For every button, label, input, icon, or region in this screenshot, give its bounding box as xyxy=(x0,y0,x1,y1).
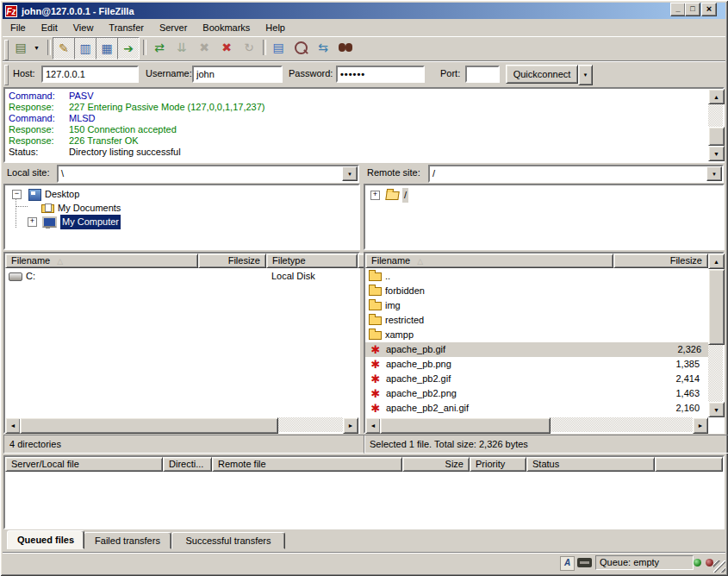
local-site-combobox[interactable]: \ ▼ xyxy=(57,165,359,183)
log-scrollbar[interactable]: ▲ ▼ xyxy=(708,89,723,161)
resize-grip[interactable] xyxy=(713,560,725,573)
data-type-ascii-icon[interactable]: A xyxy=(560,556,575,571)
filter-button[interactable]: ▤ xyxy=(268,37,289,58)
toggle-local-tree-button[interactable]: ▥ xyxy=(74,37,96,59)
quickconnect-grip[interactable] xyxy=(4,65,9,85)
tab-failed-transfers[interactable]: Failed transfers xyxy=(84,532,171,549)
scroll-down-icon[interactable]: ▼ xyxy=(708,402,725,417)
local-list-status: 4 directories xyxy=(3,435,365,454)
file-row[interactable]: ✱apache_pb2_ani.gif xyxy=(369,401,469,416)
close-button[interactable]: × xyxy=(701,3,717,16)
chevron-down-icon[interactable]: ▼ xyxy=(342,166,358,181)
tab-successful-transfers[interactable]: Successful transfers xyxy=(171,532,285,549)
tree-item-desktop[interactable]: − Desktop xyxy=(12,187,79,202)
remote-horizontal-scrollbar[interactable]: ◄ ► xyxy=(365,417,708,432)
menu-view[interactable]: View xyxy=(65,21,102,34)
username-input[interactable] xyxy=(192,66,283,83)
scrollbar-thumb[interactable] xyxy=(708,269,725,345)
refresh-button[interactable]: ⇄ xyxy=(149,37,170,58)
remote-file-list[interactable]: Filename△ Filesize .. forbidden img rest… xyxy=(364,252,725,434)
scroll-left-icon[interactable]: ◄ xyxy=(5,417,21,434)
speed-limit-icon[interactable] xyxy=(577,558,592,567)
toggle-message-log-button[interactable]: ✎ xyxy=(53,37,75,59)
local-horizontal-scrollbar[interactable]: ◄ ► xyxy=(5,417,358,432)
tree-item-my-documents[interactable]: My Documents xyxy=(41,201,121,216)
menu-bookmarks[interactable]: Bookmarks xyxy=(195,21,258,34)
find-files-button[interactable] xyxy=(335,37,356,58)
queue-header-status[interactable]: Status xyxy=(526,457,655,472)
cancel-operation-button[interactable]: ✖ xyxy=(194,37,215,58)
quickconnect-dropdown-button[interactable]: ▼ xyxy=(578,65,593,85)
column-header-filesize[interactable]: Filesize xyxy=(613,254,708,268)
queue-header-remote-file[interactable]: Remote file xyxy=(212,457,402,472)
file-row[interactable]: xampp xyxy=(369,328,414,342)
file-row-c-drive[interactable]: C: Local Disk xyxy=(9,269,353,284)
file-row[interactable]: ✱apache_pb.png xyxy=(369,357,451,372)
scroll-up-icon[interactable]: ▲ xyxy=(708,89,725,104)
scrollbar-thumb[interactable] xyxy=(20,417,278,434)
column-header-filesize[interactable]: Filesize xyxy=(198,254,266,268)
port-input[interactable] xyxy=(465,66,500,83)
scroll-right-icon[interactable]: ► xyxy=(343,417,358,434)
file-row[interactable]: ✱apache_pb2.png xyxy=(369,386,457,401)
transfer-queue[interactable]: Server/Local file Directi... Remote file… xyxy=(3,455,725,529)
titlebar[interactable]: Fz john@127.0.0.1 - FileZilla xyxy=(3,3,725,19)
queue-header-direction[interactable]: Directi... xyxy=(163,457,212,472)
local-file-list[interactable]: Filename△ Filesize Filetype L C: Local D… xyxy=(3,252,360,434)
column-header-filename[interactable]: Filename△ xyxy=(365,254,613,268)
tab-queued-files[interactable]: Queued files xyxy=(7,530,84,549)
expand-icon[interactable]: + xyxy=(28,217,37,227)
reconnect-button[interactable]: ↻ xyxy=(239,37,259,58)
file-row[interactable]: forbidden xyxy=(369,284,425,298)
process-queue-button[interactable]: ⇊ xyxy=(171,37,192,58)
queue-header-priority[interactable]: Priority xyxy=(470,457,526,472)
menu-file[interactable]: File xyxy=(3,21,34,34)
tree-item-my-computer[interactable]: + My Computer xyxy=(28,215,121,229)
local-tree[interactable]: − Desktop My Documents + My Computer xyxy=(3,184,360,250)
toggle-queue-button[interactable]: ➔ xyxy=(117,37,140,59)
queue-header-server-local-file[interactable]: Server/Local file xyxy=(5,457,163,472)
password-label: Password: xyxy=(289,68,333,78)
collapse-icon[interactable]: − xyxy=(12,190,22,199)
remote-site-label: Remote site: xyxy=(367,167,420,178)
scroll-up-icon[interactable]: ▲ xyxy=(708,254,725,269)
chevron-down-icon[interactable]: ▼ xyxy=(706,166,722,181)
site-manager-dropdown-button[interactable]: ▼ xyxy=(31,37,42,58)
remote-site-combobox[interactable]: / ▼ xyxy=(428,165,724,183)
scrollbar-thumb[interactable] xyxy=(380,417,551,434)
menu-server[interactable]: Server xyxy=(152,21,195,34)
expand-icon[interactable]: + xyxy=(370,191,380,200)
tree-item-root[interactable]: + / xyxy=(370,188,408,203)
activity-led-green-icon xyxy=(694,559,701,567)
scrollbar-thumb[interactable] xyxy=(708,127,725,146)
queue-header-size[interactable]: Size xyxy=(402,457,470,472)
compare-directories-button[interactable] xyxy=(290,37,311,58)
file-row[interactable]: .. xyxy=(369,269,390,284)
password-input[interactable] xyxy=(336,66,425,83)
desktop-icon xyxy=(28,189,41,201)
sync-browsing-button[interactable]: ⇆ xyxy=(313,37,333,58)
remote-tree[interactable]: + / xyxy=(364,184,725,250)
maximize-button[interactable]: □ xyxy=(685,3,700,16)
file-row[interactable]: img xyxy=(369,298,401,313)
file-row[interactable]: ✱apache_pb2.gif xyxy=(369,372,451,386)
disconnect-button[interactable]: ✖ xyxy=(216,37,237,58)
host-input[interactable] xyxy=(41,66,139,83)
file-row[interactable]: restricted xyxy=(369,313,424,328)
remote-vertical-scrollbar[interactable]: ▲ ▼ xyxy=(708,254,723,417)
toggle-remote-tree-button[interactable]: ▦ xyxy=(96,37,118,59)
column-header-filename[interactable]: Filename△ xyxy=(5,254,198,268)
site-manager-button[interactable]: ▤ xyxy=(10,37,31,58)
scroll-down-icon[interactable]: ▼ xyxy=(708,146,725,161)
quickconnect-button[interactable]: Quickconnect xyxy=(506,65,578,84)
minimize-button[interactable]: _ xyxy=(670,3,686,16)
file-row-selected[interactable]: ✱apache_pb.gif 2,326 xyxy=(365,342,708,357)
column-header-filetype[interactable]: Filetype xyxy=(266,254,358,268)
scroll-left-icon[interactable]: ◄ xyxy=(365,417,381,434)
scroll-right-icon[interactable]: ► xyxy=(693,417,708,434)
menu-help[interactable]: Help xyxy=(258,21,293,34)
menu-transfer[interactable]: Transfer xyxy=(101,21,152,34)
toolbar-grip[interactable] xyxy=(4,40,9,60)
menu-edit[interactable]: Edit xyxy=(34,21,65,34)
message-log[interactable]: Command:PASV Response:227 Entering Passi… xyxy=(3,87,725,163)
